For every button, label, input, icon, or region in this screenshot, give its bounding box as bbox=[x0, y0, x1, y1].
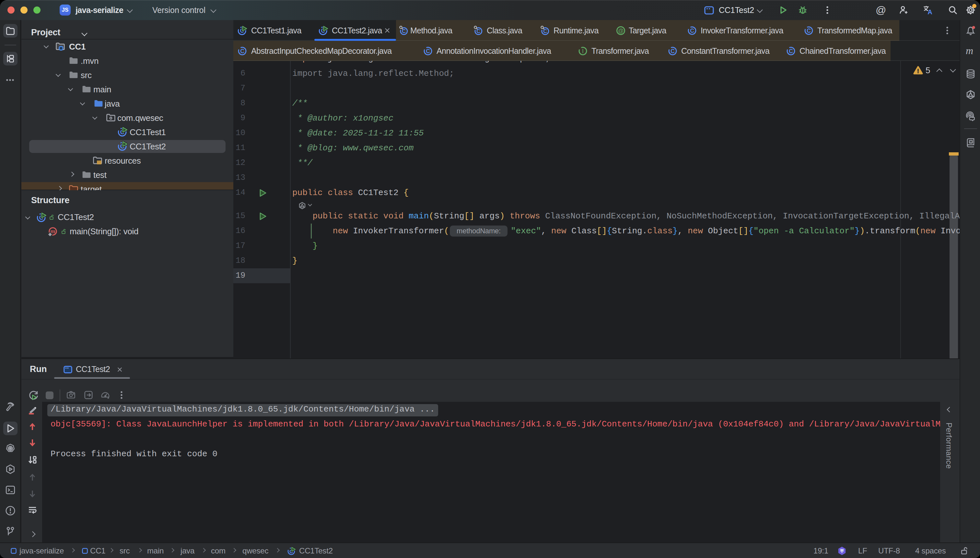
svg-text:C: C bbox=[240, 48, 245, 54]
svg-text:C: C bbox=[426, 48, 430, 54]
svg-text:@: @ bbox=[618, 28, 624, 34]
svg-text:C: C bbox=[670, 48, 675, 54]
svg-text:I: I bbox=[582, 48, 584, 54]
svg-text:A: A bbox=[927, 8, 932, 15]
svg-text:C: C bbox=[789, 48, 793, 54]
svg-text:C: C bbox=[807, 28, 811, 34]
svg-text:C: C bbox=[690, 28, 694, 34]
svg-text:A: A bbox=[970, 140, 972, 144]
